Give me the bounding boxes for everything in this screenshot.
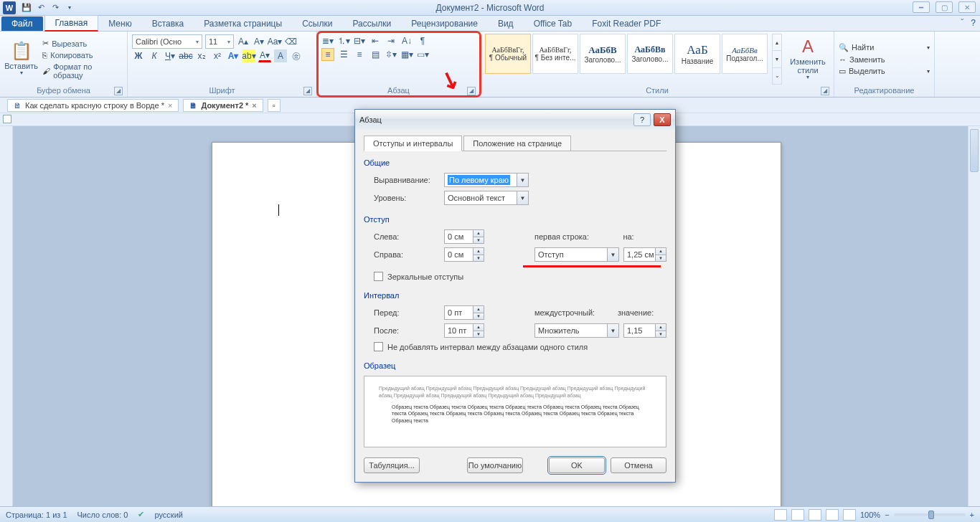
style-h2[interactable]: АаБбВвЗаголово... — [627, 34, 673, 74]
close-tab-icon[interactable]: × — [252, 101, 256, 110]
multilevel-icon[interactable]: ⊟▾ — [353, 34, 366, 47]
undo-icon[interactable]: ↶ — [34, 1, 47, 14]
spin-up-icon[interactable]: ▲ — [473, 324, 484, 331]
align-left-icon[interactable]: ≡ — [321, 48, 334, 61]
format-painter-button[interactable]: 🖌Формат по образцу — [42, 62, 123, 80]
tab-view[interactable]: Вид — [488, 16, 524, 31]
change-styles-button[interactable]: AИзменить стили▾ — [786, 34, 829, 85]
font-name-combo[interactable]: Calibri (Осно▾ — [132, 34, 202, 49]
zoom-in-button[interactable]: + — [970, 511, 974, 519]
nosame-check[interactable]: Не добавлять интервал между абзацами одн… — [374, 342, 666, 351]
new-tab-icon[interactable]: ▫ — [268, 99, 281, 112]
cancel-button[interactable]: Отмена — [611, 457, 666, 473]
text-effects-icon[interactable]: A▾ — [227, 49, 240, 62]
proofing-icon[interactable]: ✔ — [138, 510, 144, 519]
maximize-button[interactable]: ▢ — [936, 1, 953, 13]
paste-button[interactable]: 📋Вставить▾ — [4, 34, 38, 85]
styles-down-icon[interactable]: ▾ — [773, 51, 781, 67]
line-spacing-combo[interactable]: Множитель▼ — [534, 323, 619, 338]
line-spacing-at-spin[interactable]: 1,15▲▼ — [623, 323, 666, 338]
print-layout-view[interactable] — [774, 509, 787, 521]
dec-indent-icon[interactable]: ⇤ — [369, 34, 382, 47]
dialog-help-button[interactable]: ? — [633, 113, 651, 126]
tab-menu[interactable]: Меню — [98, 16, 141, 31]
font-size-combo[interactable]: 11▾ — [205, 34, 234, 49]
dialog-tab-position[interactable]: Положение на странице — [463, 136, 571, 151]
zoom-level[interactable]: 100% — [860, 511, 880, 519]
language-status[interactable]: русский — [154, 511, 182, 519]
tab-foxit[interactable]: Foxit Reader PDF — [582, 16, 671, 31]
mirror-indents-check[interactable]: Зеркальные отступы — [374, 272, 666, 281]
align-combo[interactable]: По левому краю▼ — [444, 173, 529, 187]
bold-icon[interactable]: Ж — [132, 49, 145, 62]
inc-indent-icon[interactable]: ⇥ — [385, 34, 397, 47]
page-status[interactable]: Страница: 1 из 1 — [6, 511, 67, 519]
spin-up-icon[interactable]: ▲ — [473, 306, 484, 313]
tab-layout[interactable]: Разметка страницы — [194, 16, 292, 31]
space-before-spin[interactable]: 0 пт▲▼ — [444, 305, 484, 320]
web-view[interactable] — [809, 509, 821, 521]
spin-up-icon[interactable]: ▲ — [473, 248, 484, 255]
tab-refs[interactable]: Ссылки — [292, 16, 342, 31]
right-indent-spin[interactable]: 0 см▲▼ — [444, 247, 484, 262]
doc-tab-2[interactable]: 🗎Документ2 *× — [183, 99, 263, 112]
first-line-combo[interactable]: Отступ▼ — [534, 247, 619, 262]
vertical-scrollbar[interactable] — [968, 126, 980, 513]
select-button[interactable]: ▭Выделить▾ — [839, 67, 930, 76]
italic-icon[interactable]: К — [148, 49, 161, 62]
spin-down-icon[interactable]: ▼ — [656, 255, 666, 262]
spin-up-icon[interactable]: ▲ — [656, 324, 666, 331]
justify-icon[interactable]: ▤ — [369, 48, 382, 61]
chevron-down-icon[interactable]: ▼ — [517, 174, 528, 186]
tab-review[interactable]: Рецензирование — [401, 16, 488, 31]
shrink-font-icon[interactable]: A▾ — [253, 35, 265, 48]
dialog-close-button[interactable]: X — [654, 113, 671, 126]
strike-icon[interactable]: abc — [179, 49, 192, 62]
chevron-down-icon[interactable]: ▼ — [517, 191, 528, 204]
numbering-icon[interactable]: ⒈▾ — [337, 34, 350, 47]
sort-icon[interactable]: A↓ — [400, 34, 413, 47]
spin-up-icon[interactable]: ▲ — [473, 230, 484, 237]
line-spacing-icon[interactable]: ⇳▾ — [385, 48, 397, 61]
minimize-button[interactable]: ━ — [913, 1, 930, 13]
shading-icon[interactable]: ▦▾ — [400, 48, 413, 61]
save-icon[interactable]: 💾 — [20, 1, 33, 14]
find-button[interactable]: 🔍Найти▾ — [839, 43, 930, 52]
chevron-down-icon[interactable]: ▼ — [607, 248, 618, 261]
spin-up-icon[interactable]: ▲ — [656, 248, 666, 255]
tab-selector[interactable] — [3, 115, 11, 123]
zoom-out-button[interactable]: − — [885, 511, 889, 519]
ok-button[interactable]: OK — [549, 457, 605, 473]
bullets-icon[interactable]: ≣▾ — [321, 34, 334, 47]
show-marks-icon[interactable]: ¶ — [416, 34, 429, 47]
subscript-icon[interactable]: x₂ — [195, 49, 208, 62]
close-button[interactable]: ✕ — [958, 1, 976, 13]
word-count[interactable]: Число слов: 0 — [77, 511, 128, 519]
left-indent-spin[interactable]: 0 см▲▼ — [444, 229, 484, 244]
styles-more-icon[interactable]: ⌄ — [773, 68, 781, 84]
close-tab-icon[interactable]: × — [168, 101, 172, 110]
cut-button[interactable]: ✂Вырезать — [42, 39, 123, 48]
style-normal[interactable]: АаБбВвГг,¶ Обычный — [485, 34, 531, 74]
qat-more-icon[interactable]: ▾ — [63, 1, 76, 14]
level-combo[interactable]: Основной текст▼ — [444, 191, 529, 205]
default-button[interactable]: По умолчанию — [467, 457, 523, 473]
dialog-tab-indents[interactable]: Отступы и интервалы — [364, 136, 462, 151]
chevron-down-icon[interactable]: ▼ — [607, 324, 618, 337]
styles-up-icon[interactable]: ▴ — [773, 34, 781, 51]
font-color-icon[interactable]: A▾ — [258, 49, 271, 62]
style-h1[interactable]: АаБбВЗаголово... — [580, 34, 626, 74]
doc-tab-1[interactable]: 🗎Как сделать красную строку в Ворде *× — [7, 99, 179, 112]
spin-down-icon[interactable]: ▼ — [473, 331, 484, 338]
tab-home[interactable]: Главная — [44, 15, 99, 32]
outline-view[interactable] — [826, 509, 839, 521]
clipboard-launcher[interactable]: ◢ — [114, 87, 123, 95]
fullscreen-view[interactable] — [791, 509, 804, 521]
redo-icon[interactable]: ↷ — [49, 1, 62, 14]
change-case-icon[interactable]: Aa▾ — [268, 35, 281, 48]
font-launcher[interactable]: ◢ — [303, 87, 312, 95]
tab-office[interactable]: Office Tab — [524, 16, 583, 31]
style-title[interactable]: АаБНазвание — [674, 34, 720, 74]
space-after-spin[interactable]: 10 пт▲▼ — [444, 323, 484, 338]
align-center-icon[interactable]: ☰ — [337, 48, 350, 61]
